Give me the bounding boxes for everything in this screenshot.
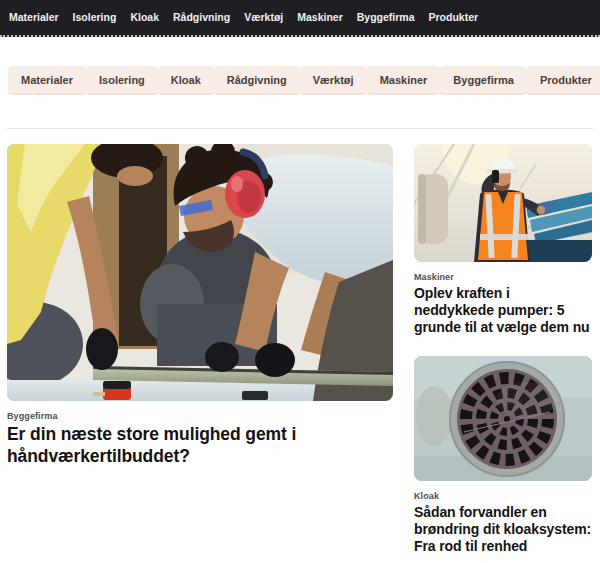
- nav-item-vaerktoj[interactable]: Værktøj: [237, 0, 290, 35]
- hero-article-image[interactable]: [7, 144, 393, 401]
- hero-article-title[interactable]: Er din næste store mulighed gemt i håndv…: [7, 424, 337, 467]
- nav-item-radgivning[interactable]: Rådgivning: [166, 0, 237, 35]
- nav-item-maskiner[interactable]: Maskiner: [290, 0, 350, 35]
- side-article-2-image[interactable]: [414, 356, 592, 481]
- main-content: Byggefirma Er din næste store mulighed g…: [0, 144, 600, 555]
- category-chip-bar: Materialer Isolering Kloak Rådgivning Væ…: [0, 66, 600, 95]
- side-article-1-title[interactable]: Oplev kraften i neddykkede pumper: 5 gru…: [414, 285, 592, 336]
- side-article-maskiner: Maskiner Oplev kraften i neddykkede pump…: [414, 144, 592, 336]
- side-article-1-image[interactable]: [414, 144, 592, 262]
- primary-nav-list: Materialer Isolering Kloak Rådgivning Væ…: [0, 0, 485, 35]
- chip-byggefirma[interactable]: Byggefirma: [440, 66, 527, 95]
- hero-article-category[interactable]: Byggefirma: [7, 411, 393, 421]
- sewer-drain-grate-photo-illustration: [414, 356, 592, 481]
- chip-maskiner[interactable]: Maskiner: [367, 66, 441, 95]
- chip-produkter[interactable]: Produkter: [527, 66, 600, 95]
- right-rail: Maskiner Oplev kraften i neddykkede pump…: [414, 144, 592, 555]
- chip-materialer[interactable]: Materialer: [8, 66, 86, 95]
- nav-item-kloak[interactable]: Kloak: [123, 0, 166, 35]
- side-article-2-title[interactable]: Sådan forvandler en brøndring dit kloaks…: [414, 504, 592, 555]
- nav-item-materialer[interactable]: Materialer: [2, 0, 66, 35]
- nav-item-produkter[interactable]: Produkter: [422, 0, 486, 35]
- primary-nav: Materialer Isolering Kloak Rådgivning Væ…: [0, 0, 485, 35]
- chip-kloak[interactable]: Kloak: [158, 66, 214, 95]
- nav-item-byggefirma[interactable]: Byggefirma: [350, 0, 422, 35]
- chip-radgivning[interactable]: Rådgivning: [214, 66, 300, 95]
- workers-measuring-photo-illustration: [7, 144, 393, 401]
- side-article-2-category[interactable]: Kloak: [414, 491, 592, 501]
- side-article-kloak: Kloak Sådan forvandler en brøndring dit …: [414, 356, 592, 555]
- worker-on-phone-photo-illustration: [414, 144, 592, 262]
- chip-vaerktoj[interactable]: Værktøj: [300, 66, 367, 95]
- hero-article: Byggefirma Er din næste store mulighed g…: [7, 144, 393, 555]
- chip-isolering[interactable]: Isolering: [86, 66, 158, 95]
- nav-item-isolering[interactable]: Isolering: [66, 0, 124, 35]
- section-divider: [7, 128, 593, 129]
- side-article-1-category[interactable]: Maskiner: [414, 272, 592, 282]
- top-navigation-bar: Materialer Isolering Kloak Rådgivning Væ…: [0, 0, 600, 37]
